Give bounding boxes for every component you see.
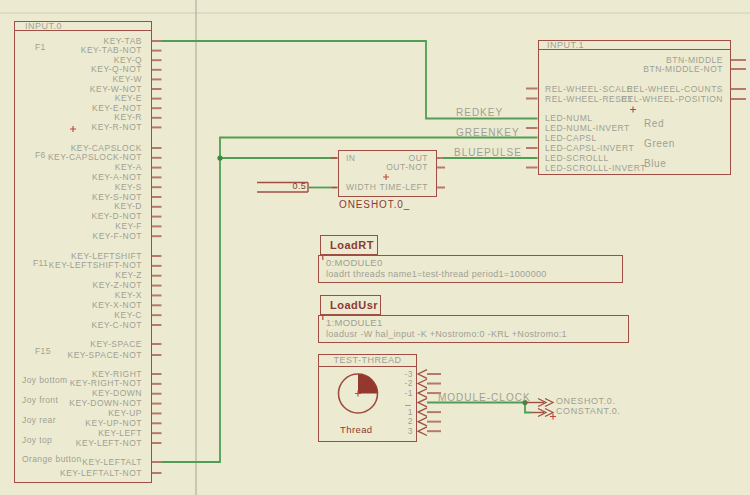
thread-pin-overline xyxy=(405,405,411,406)
oneshot-pin-label: TIME-LEFT xyxy=(380,183,428,192)
input1-pin-label: LED-CAPSL xyxy=(545,134,597,143)
thread-pin-chevron-icon xyxy=(418,417,427,426)
input0-group-label: F6 xyxy=(35,151,46,160)
input1-pin-label: LED-NUML xyxy=(545,114,592,123)
input1-channel-label: Blue xyxy=(644,159,666,169)
oneshot-pin-label: OUT-NOT xyxy=(386,163,428,172)
loadrt-module-line: 0:MODULE0 xyxy=(326,257,383,268)
input0-pin-label: KEY-TAB-NOT xyxy=(7,46,142,55)
net-label-bluepulse: BLUEPULSE xyxy=(454,148,522,158)
input0-pin-label: KEY-SPACE xyxy=(7,340,142,349)
input0-pin-label: KEY-LEFTALT-NOT xyxy=(7,469,142,478)
thread-pin-chevron-icon xyxy=(418,389,427,398)
input0-group-label: Joy rear xyxy=(22,416,56,425)
input0-pin-label: KEY-A-NOT xyxy=(7,173,142,182)
input1-pin-label: REL-WHEEL-COUNTS xyxy=(627,85,723,94)
input0-group-label: F1 xyxy=(35,43,46,52)
thread-pin-chevron-icon xyxy=(418,408,427,417)
loadusr-module-line: 1:MODULE1 xyxy=(326,317,383,328)
thread-pin-chevron-icon xyxy=(418,398,427,407)
net-label-redkey: REDKEY xyxy=(456,108,503,118)
thread-pin-chevron-icon xyxy=(418,427,427,436)
junction-dot xyxy=(217,155,222,160)
input0-group-label: Joy top xyxy=(22,436,52,445)
input0-pin-label: KEY-X-NOT xyxy=(7,301,142,310)
width-constant-value[interactable]: 0.5 xyxy=(283,181,306,192)
input0-pin-label: KEY-E xyxy=(7,94,142,103)
oneshot-name-label: ONESHOT.0_ xyxy=(339,200,410,209)
input0-group-label: Joy bottom xyxy=(22,376,68,385)
input1-pin-label: LED-CAPSL-INVERT xyxy=(545,144,634,153)
loadrt-command-line: loadrt threads name1=test-thread period1… xyxy=(326,269,547,280)
thread-pin-label: 3 xyxy=(408,427,413,436)
input0-pin-label: KEY-X xyxy=(7,291,142,300)
input0-pin-label: KEY-D xyxy=(7,202,142,211)
input0-pin-label: KEY-SPACE-NOT xyxy=(7,351,142,360)
input0-pin-label: KEY-C-NOT xyxy=(7,321,142,330)
input1-pin-label: BTN-MIDDLE-NOT xyxy=(643,65,723,74)
input0-pin-label: KEY-R-NOT xyxy=(7,123,142,132)
thread-pin-label: -1 xyxy=(404,389,413,398)
input0-pin-label: KEY-F xyxy=(7,222,142,231)
input0-pin-label: KEY-Z-NOT xyxy=(7,281,142,290)
input0-pin-label: KEY-W xyxy=(7,75,142,84)
schematic-canvas: INPUT.0 INPUT.1 ONESHOT.0_ 0.5 LoadRT 0:… xyxy=(0,0,750,495)
component-input1-title: INPUT.1 xyxy=(547,41,584,50)
net-label-module-clock: MODULE-CLOCK xyxy=(438,393,531,403)
xref-label-oneshot: ONESHOT.0. xyxy=(556,397,616,406)
input0-pin-label: KEY-R xyxy=(7,113,142,122)
loadrt-tab-label: LoadRT xyxy=(330,239,374,251)
input0-pin-label: KEY-LEFTSHIFT xyxy=(7,252,142,261)
test-thread-title: TEST-THREAD xyxy=(318,356,417,365)
input0-pin-label: KEY-CAPSLOCK xyxy=(7,144,142,153)
net-label-greenkey: GREENKEY xyxy=(456,128,520,138)
input0-pin-label: KEY-C xyxy=(7,311,142,320)
loadusr-tab-label: LoadUsr xyxy=(330,299,378,311)
thread-label: Thread xyxy=(340,424,373,435)
input0-pin-label: KEY-Z xyxy=(7,271,142,280)
input0-pin-label: KEY-S xyxy=(7,183,142,192)
thread-pin-chevron-icon xyxy=(418,379,427,388)
component-input0-title: INPUT.0 xyxy=(25,22,62,31)
oneshot-pin-label: WIDTH xyxy=(346,183,376,192)
input0-pin-label: KEY-D-NOT xyxy=(7,212,142,221)
input0-pin-label: KEY-S-NOT xyxy=(7,193,142,202)
input0-group-label: F11 xyxy=(33,259,48,268)
oneshot-pin-label: IN xyxy=(346,154,356,163)
thread-pin-chevron-icon xyxy=(418,370,427,379)
input0-group-label: Orange button xyxy=(22,455,82,464)
input1-channel-label: Red xyxy=(644,119,664,129)
input1-channel-label: Green xyxy=(644,139,675,149)
input0-pin-label: KEY-A xyxy=(7,163,142,172)
input1-pin-label: LED-NUML-INVERT xyxy=(545,124,630,133)
loadusr-command-line: loadusr -W hal_input -K +Nostromo:0 -KRL… xyxy=(326,329,567,340)
input0-pin-label: KEY-Q-NOT xyxy=(7,65,142,74)
input0-pin-label: KEY-F-NOT xyxy=(7,232,142,241)
input1-pin-label: LED-SCROLLL xyxy=(545,154,609,163)
input0-pin-label: KEY-CAPSLOCK-NOT xyxy=(7,153,142,162)
input0-group-label: F15 xyxy=(35,347,51,356)
thread-pin-label: -2 xyxy=(404,379,413,388)
input0-group-label: Joy front xyxy=(22,396,58,405)
input0-pin-label: KEY-LEFTSHIFT-NOT xyxy=(7,261,142,270)
input1-pin-label: LED-SCROLLL-INVERT xyxy=(545,164,646,173)
xref-label-constant: CONSTANT.0. xyxy=(556,407,620,416)
test-thread-header-line xyxy=(318,366,417,367)
input1-pin-label: REL-WHEEL-SCALE xyxy=(545,85,633,94)
input1-pin-label: REL-WHEEL-POSITION xyxy=(621,95,723,104)
